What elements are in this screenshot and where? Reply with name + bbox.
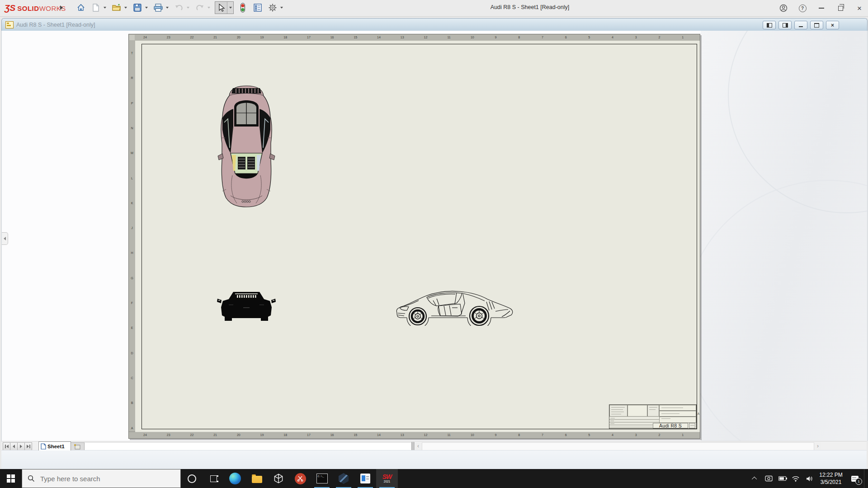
show-desktop-button[interactable] <box>864 469 868 488</box>
select-tool-group <box>215 1 234 14</box>
doc-close-button[interactable]: × <box>826 21 839 29</box>
tray-meet-now-button[interactable] <box>762 469 775 488</box>
sheet-nav-first-button[interactable] <box>3 442 10 450</box>
taskbar-app-file-explorer[interactable] <box>246 469 268 488</box>
chevron-up-icon <box>752 477 757 482</box>
ruler-number: 21 <box>211 36 220 39</box>
ruler-number: 9 <box>491 36 500 39</box>
add-sheet-tab[interactable] <box>69 442 85 450</box>
menu-expand-arrow-icon[interactable] <box>60 5 63 10</box>
taskbar-app-hexagon[interactable] <box>333 469 354 488</box>
redo-dropdown[interactable] <box>206 2 212 14</box>
help-button[interactable]: ? <box>797 2 808 14</box>
ruler-number: 5 <box>585 36 594 39</box>
sheet-nav-last-button[interactable] <box>24 442 32 450</box>
taskbar-app-snip[interactable] <box>289 469 311 488</box>
scroll-left-button[interactable]: ‹ <box>415 442 422 450</box>
undo-button[interactable] <box>173 2 185 14</box>
start-button[interactable] <box>0 469 22 488</box>
select-tool-button[interactable] <box>215 2 227 14</box>
feature-pane-flyout-tab[interactable] <box>2 232 8 245</box>
close-button[interactable]: × <box>854 2 865 14</box>
ruler-number: 21 <box>211 433 220 436</box>
add-sheet-icon <box>73 444 80 450</box>
new-document-dropdown[interactable] <box>102 2 108 14</box>
minimize-button[interactable] <box>816 2 827 14</box>
undo-dropdown[interactable] <box>185 2 191 14</box>
action-center-button[interactable]: 1 <box>846 469 864 488</box>
tray-volume-button[interactable] <box>802 469 816 488</box>
options-button[interactable] <box>267 2 278 14</box>
save-icon <box>133 3 142 12</box>
command-prompt-icon: C:\_ <box>316 474 328 483</box>
save-dropdown[interactable] <box>143 2 149 14</box>
title-block-cell <box>609 405 627 417</box>
doc-pane-right-button[interactable] <box>778 21 792 29</box>
print-button[interactable] <box>152 2 164 14</box>
ruler-number: 20 <box>234 36 243 39</box>
notification-badge: 1 <box>855 478 862 485</box>
ruler-number: 9 <box>491 433 500 436</box>
ruler-letter: C <box>129 376 135 380</box>
open-button[interactable] <box>111 2 123 14</box>
taskbar-clock[interactable]: 12:22 PM 3/5/2021 <box>816 471 846 486</box>
ruler-letter: K <box>129 202 135 205</box>
doc-restore-button[interactable] <box>810 21 823 29</box>
taskbar-app-edge[interactable] <box>224 469 246 488</box>
pane-splitter-handle[interactable] <box>412 442 414 450</box>
tab-sheet1[interactable]: Sheet1 <box>38 441 71 450</box>
ruler-letter: G <box>129 277 135 280</box>
taskbar-app-window[interactable] <box>354 469 376 488</box>
ruler-number: 7 <box>538 433 547 436</box>
graphics-area: 242322212019181716151413121110987654321 … <box>1 31 868 441</box>
drawing-viewport[interactable]: 242322212019181716151413121110987654321 … <box>128 34 700 439</box>
title-block-cell <box>659 417 696 423</box>
app-title-bar: ƷS SOLID WORKS <box>0 0 868 17</box>
print-dropdown[interactable] <box>164 2 170 14</box>
sheet-nav-next-button[interactable] <box>17 442 25 450</box>
ruler-number: 5 <box>585 433 594 436</box>
tray-overflow-button[interactable] <box>748 469 762 488</box>
battery-icon <box>778 476 786 481</box>
ruler-number: 7 <box>538 36 547 39</box>
ruler-number: 1 <box>678 433 687 436</box>
ruler-number: 3 <box>632 36 641 39</box>
scroll-right-button[interactable]: › <box>814 442 821 450</box>
options-dropdown[interactable] <box>278 2 284 14</box>
home-button[interactable] <box>75 2 87 14</box>
select-tool-dropdown[interactable] <box>227 2 233 14</box>
redo-button[interactable] <box>194 2 206 14</box>
tray-battery-button[interactable] <box>775 469 789 488</box>
ruler-number: 13 <box>398 36 407 39</box>
sheet-nav-prev-button[interactable] <box>10 442 18 450</box>
restore-button[interactable] <box>835 2 846 14</box>
drawing-view-top[interactable] <box>217 84 276 208</box>
new-document-button[interactable] <box>90 2 102 14</box>
account-button[interactable] <box>778 2 789 14</box>
task-view-button[interactable] <box>203 469 224 488</box>
ruler-letter: H <box>129 251 135 254</box>
taskbar-search[interactable] <box>22 469 181 488</box>
doc-minimize-button[interactable] <box>794 21 807 29</box>
search-input[interactable] <box>39 474 168 483</box>
horizontal-scrollbar[interactable] <box>422 442 814 450</box>
drawing-view-side[interactable] <box>393 288 521 326</box>
ruler-number: 11 <box>444 433 453 436</box>
doc-pane-left-button[interactable] <box>763 21 776 29</box>
save-button[interactable] <box>132 2 143 14</box>
tray-network-button[interactable] <box>789 469 802 488</box>
taskbar-app-3d-viewer[interactable] <box>268 469 289 488</box>
open-dropdown[interactable] <box>123 2 128 14</box>
appearance-button[interactable] <box>237 2 249 14</box>
drawing-sheet[interactable]: Audi R8 S A <box>135 41 700 432</box>
properties-button[interactable] <box>252 2 264 14</box>
taskbar-app-solidworks[interactable]: SW2021 <box>376 469 398 488</box>
file-explorer-icon <box>252 476 262 483</box>
drawing-view-front[interactable] <box>217 286 276 325</box>
title-block-cell <box>659 411 696 417</box>
title-block-cell <box>659 405 696 411</box>
ruler-left: TRPNMLKJHGFEDCBA <box>129 41 136 432</box>
cortana-button[interactable] <box>181 469 203 488</box>
taskbar-app-cmd[interactable]: C:\_ <box>311 469 333 488</box>
background-backdrop <box>701 31 867 441</box>
